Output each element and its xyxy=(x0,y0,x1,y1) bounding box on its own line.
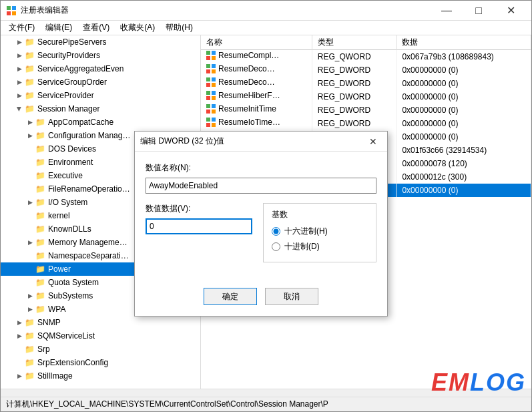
main-window: 注册表编辑器 — □ ✕ 文件(F) 编辑(E) 查看(V) 收藏夹(A) 帮助… xyxy=(0,0,532,412)
table-row[interactable]: ResumeCompl…REG_QWORD0x067a79b3 (1086898… xyxy=(201,50,531,63)
reg-data-cell: 0x067a79b3 (108689843) xyxy=(396,50,531,63)
col-data: 数据 xyxy=(396,35,531,50)
dialog-footer: 确定 取消 xyxy=(135,282,387,316)
folder-icon: 📁 xyxy=(35,290,46,301)
tree-label: SrpExtensionConfig xyxy=(37,358,108,367)
tree-item[interactable]: ▶📁SQMServiceList xyxy=(1,329,200,343)
hex-radio-row: 十六进制(H) xyxy=(272,226,368,237)
dialog-close-button[interactable]: ✕ xyxy=(364,133,382,150)
col-name: 名称 xyxy=(201,35,312,50)
cancel-button[interactable]: 取消 xyxy=(265,288,318,305)
tree-arrow xyxy=(25,264,35,274)
data-input[interactable] xyxy=(146,218,252,234)
menu-file[interactable]: 文件(F) xyxy=(3,21,40,35)
tree-arrow: ▶ xyxy=(25,237,35,248)
tree-label: SQMServiceList xyxy=(37,331,95,341)
tree-label: SecurePipeServers xyxy=(37,37,106,47)
tree-arrow xyxy=(25,157,35,168)
ok-button[interactable]: 确定 xyxy=(204,288,257,305)
table-row[interactable]: ResumeDeco…REG_DWORD0x00000000 (0) xyxy=(201,63,531,77)
tree-item[interactable]: ▶📁SecurePipeServers xyxy=(1,35,200,49)
reg-type-cell: REG_DWORD xyxy=(312,77,396,90)
reg-icon: ResumeIoTime… xyxy=(206,118,280,127)
hex-radio[interactable] xyxy=(272,227,280,236)
reg-type-cell: REG_DWORD xyxy=(312,63,396,77)
svg-rect-18 xyxy=(206,96,210,100)
svg-rect-0 xyxy=(7,6,11,10)
tree-label: StillImage xyxy=(37,371,73,381)
dialog-title-bar: 编辑 DWORD (32 位)值 ✕ xyxy=(135,132,387,152)
base-group: 基数 十六进制(H) 十进制(D) xyxy=(263,203,376,262)
svg-rect-8 xyxy=(206,64,210,68)
svg-rect-1 xyxy=(12,6,16,10)
tree-item[interactable]: ▶📁ServiceGroupOrder xyxy=(1,75,200,89)
reg-name-cell: ResumeCompl… xyxy=(201,50,312,63)
tree-item[interactable]: 📁SrpExtensionConfig xyxy=(1,356,200,369)
tree-label: SNMP xyxy=(37,318,61,327)
folder-icon: 📁 xyxy=(25,331,35,341)
svg-rect-26 xyxy=(206,123,210,127)
folder-icon: 📁 xyxy=(35,170,46,181)
tree-arrow: ▶ xyxy=(14,77,25,87)
close-button[interactable]: ✕ xyxy=(495,1,526,21)
tree-label: Power xyxy=(48,264,71,274)
tree-arrow xyxy=(25,144,35,154)
tree-item[interactable]: ▶📁Session Manager xyxy=(1,102,200,116)
folder-icon: 📁 xyxy=(35,304,46,315)
folder-icon: 📁 xyxy=(35,184,46,194)
tree-arrow xyxy=(25,184,35,194)
svg-rect-20 xyxy=(206,104,210,108)
folder-icon: 📁 xyxy=(35,224,46,234)
menu-help[interactable]: 帮助(H) xyxy=(160,21,198,35)
reg-data-cell: 0x00000000 (0) xyxy=(396,77,531,90)
name-input[interactable] xyxy=(146,178,376,194)
menu-edit[interactable]: 编辑(E) xyxy=(40,21,77,35)
folder-icon: 📁 xyxy=(35,197,46,208)
tree-arrow xyxy=(25,277,35,288)
maximize-button[interactable]: □ xyxy=(463,1,494,21)
svg-rect-21 xyxy=(212,104,216,108)
tree-arrow xyxy=(25,170,35,181)
table-row[interactable]: ResumeHiberF…REG_DWORD0x00000000 (0) xyxy=(201,90,531,104)
menu-view[interactable]: 查看(V) xyxy=(77,21,115,35)
tree-label: ServiceGroupOrder xyxy=(37,77,107,87)
tree-arrow: ▶ xyxy=(25,304,35,315)
table-row[interactable]: ResumeInitTimeREG_DWORD0x00000000 (0) xyxy=(201,104,531,117)
tree-item[interactable]: ▶📁AppCompatCache xyxy=(1,116,200,129)
reg-data-cell: 0x00000000 (0) xyxy=(396,117,531,130)
svg-rect-12 xyxy=(206,77,210,81)
svg-rect-13 xyxy=(212,77,216,81)
folder-icon: 📁 xyxy=(25,37,35,47)
tree-arrow: ▶ xyxy=(25,130,35,141)
tree-arrow: ▶ xyxy=(14,37,25,47)
folder-icon: 📁 xyxy=(35,144,46,154)
tree-label: Srp xyxy=(37,345,50,354)
window-controls: — □ ✕ xyxy=(431,1,526,21)
tree-item[interactable]: ▶📁SecurityProviders xyxy=(1,49,200,62)
tree-item[interactable]: ▶📁SNMP xyxy=(1,316,200,329)
folder-icon: 📁 xyxy=(25,90,35,101)
dialog-data-row: 数值数据(V): 基数 十六进制(H) 十进制(D) xyxy=(146,203,376,262)
minimize-button[interactable]: — xyxy=(431,1,462,21)
tree-item[interactable]: ▶📁StillImage xyxy=(1,369,200,383)
watermark: EMLOG xyxy=(431,369,526,397)
tree-label: FileRenameOperatio… xyxy=(48,184,130,194)
reg-data-cell: 0x00000000 (0) xyxy=(396,90,531,104)
tree-item[interactable]: 📁Srp xyxy=(1,343,200,356)
svg-rect-9 xyxy=(212,64,216,68)
reg-name-cell: ResumeDeco… xyxy=(201,63,312,77)
reg-icon: ResumeHiberF… xyxy=(206,91,280,100)
reg-data-cell: 0x01f63c66 (32914534) xyxy=(396,144,531,157)
menu-favorites[interactable]: 收藏夹(A) xyxy=(115,21,160,35)
folder-icon: 📁 xyxy=(25,317,35,328)
tree-item[interactable]: ▶📁ServiceProvider xyxy=(1,89,200,102)
folder-icon: 📁 xyxy=(25,63,35,74)
table-row[interactable]: ResumeDeco…REG_DWORD0x00000000 (0) xyxy=(201,77,531,90)
reg-data-cell: 0x00000000 (0) xyxy=(396,63,531,77)
tree-item[interactable]: ▶📁ServiceAggregatedEven xyxy=(1,62,200,75)
watermark-log: LOG xyxy=(470,369,526,396)
reg-data-cell: 0x00000000 (0) xyxy=(396,104,531,117)
reg-type-cell: REG_DWORD xyxy=(312,90,396,104)
table-row[interactable]: ResumeIoTime…REG_DWORD0x00000000 (0) xyxy=(201,117,531,130)
dec-radio[interactable] xyxy=(272,242,280,251)
